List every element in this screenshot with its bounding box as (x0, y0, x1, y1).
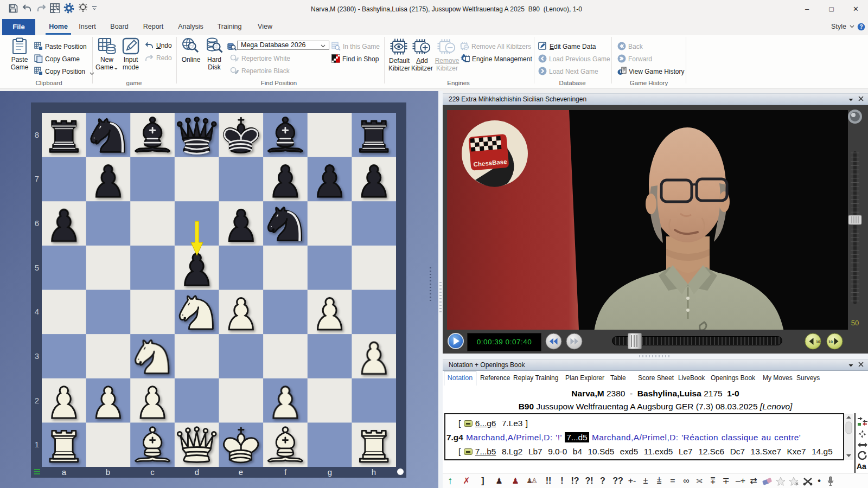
svg-text:7: 7 (35, 174, 39, 183)
svg-text:3: 3 (35, 351, 39, 361)
svg-text:b: b (106, 467, 110, 477)
svg-text:6: 6 (35, 219, 39, 228)
svg-text:d: d (195, 467, 199, 477)
svg-text:e: e (239, 467, 243, 477)
svg-text:h: h (372, 467, 376, 477)
svg-text:5: 5 (35, 263, 39, 272)
svg-text:50: 50 (851, 319, 859, 327)
svg-text:4: 4 (35, 307, 39, 316)
svg-text:10: 10 (828, 340, 833, 344)
svg-text:g: g (328, 467, 332, 477)
svg-text:?: ? (859, 24, 863, 30)
svg-text:c: c (150, 467, 155, 477)
svg-text:8: 8 (35, 130, 39, 139)
svg-text:10: 10 (816, 340, 820, 344)
svg-text:2: 2 (35, 396, 39, 405)
svg-text:1: 1 (35, 440, 39, 449)
svg-text:a: a (62, 467, 67, 477)
